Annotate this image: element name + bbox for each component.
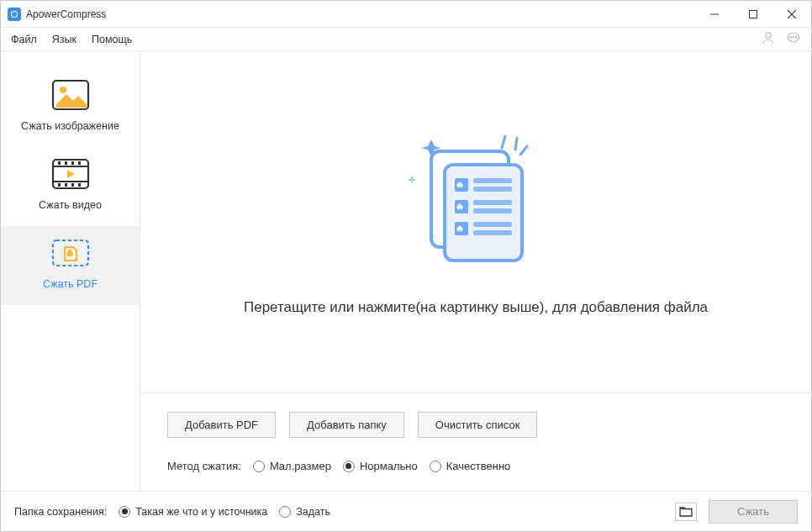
button-row: Добавить PDF Добавить папку Очистить спи… <box>167 412 784 438</box>
radio-circle-icon <box>279 506 291 518</box>
image-icon <box>50 78 91 112</box>
svg-rect-30 <box>473 178 512 183</box>
menu-language[interactable]: Язык <box>52 34 76 45</box>
svg-point-9 <box>795 36 796 37</box>
window-controls <box>695 1 811 27</box>
sidebar-item-label: Сжать PDF <box>43 278 98 290</box>
radio-circle-icon <box>430 461 441 472</box>
svg-rect-21 <box>71 183 74 187</box>
svg-rect-37 <box>473 230 512 235</box>
minimize-button[interactable] <box>695 1 734 27</box>
account-icon[interactable] <box>761 30 776 49</box>
controls-panel: Добавить PDF Добавить папку Очистить спи… <box>140 393 811 491</box>
radio-label: Задать <box>296 506 330 518</box>
radio-label: Мал.размер <box>270 460 331 472</box>
drop-hint-text: Перетащите или нажмите(на картинку выше)… <box>227 299 725 316</box>
sidebar: Сжать изображение Сжать видео <box>1 51 140 491</box>
svg-rect-31 <box>473 187 512 192</box>
add-pdf-button[interactable]: Добавить PDF <box>167 412 276 438</box>
svg-rect-36 <box>473 222 512 227</box>
radio-normal[interactable]: Нормально <box>343 460 418 472</box>
radio-label: Такая же что и у источника <box>135 506 267 518</box>
video-icon <box>50 157 91 191</box>
drop-zone[interactable]: Перетащите или нажмите(на картинку выше)… <box>140 51 811 393</box>
main-body: Сжать изображение Сжать видео <box>1 51 811 491</box>
svg-point-5 <box>766 32 771 37</box>
app-logo-icon <box>8 8 21 21</box>
pdf-icon <box>50 236 91 270</box>
svg-rect-22 <box>78 183 81 187</box>
svg-rect-34 <box>473 208 512 213</box>
compression-method-row: Метод сжатия: Мал.размер Нормально Качес… <box>167 460 784 472</box>
svg-point-0 <box>12 11 18 17</box>
feedback-icon[interactable] <box>786 30 801 49</box>
sidebar-item-compress-pdf[interactable]: Сжать PDF <box>1 226 140 305</box>
app-title: ApowerCompress <box>26 8 695 20</box>
footer-bar: Папка сохранения: Такая же что и у источ… <box>1 491 811 531</box>
menu-bar: Файл Язык Помощь <box>1 28 811 51</box>
svg-rect-18 <box>78 161 81 165</box>
radio-label: Качественно <box>446 460 511 472</box>
svg-rect-19 <box>58 183 61 187</box>
sidebar-item-label: Сжать видео <box>39 199 102 211</box>
drop-illustration-icon <box>396 128 556 274</box>
browse-folder-button[interactable] <box>675 503 697 521</box>
svg-point-8 <box>793 36 794 37</box>
svg-point-7 <box>790 36 791 37</box>
clear-list-button[interactable]: Очистить список <box>418 412 538 438</box>
method-label: Метод сжатия: <box>167 460 241 472</box>
sidebar-item-compress-image[interactable]: Сжать изображение <box>1 68 140 147</box>
radio-circle-icon <box>119 506 130 518</box>
svg-point-11 <box>60 87 66 93</box>
radio-label: Нормально <box>360 460 418 472</box>
main-panel: Перетащите или нажмите(на картинку выше)… <box>140 51 811 491</box>
svg-rect-15 <box>58 161 61 165</box>
menu-file[interactable]: Файл <box>11 34 37 45</box>
svg-rect-20 <box>65 183 67 187</box>
menu-help[interactable]: Помощь <box>92 34 132 45</box>
save-folder-label: Папка сохранения: <box>14 506 107 518</box>
sidebar-item-compress-video[interactable]: Сжать видео <box>1 147 140 226</box>
svg-rect-16 <box>65 161 67 165</box>
radio-small-size[interactable]: Мал.размер <box>253 460 331 472</box>
close-button[interactable] <box>772 1 811 27</box>
svg-rect-33 <box>473 200 512 205</box>
svg-rect-17 <box>71 161 74 165</box>
radio-quality[interactable]: Качественно <box>430 460 511 472</box>
radio-circle-icon <box>253 461 265 472</box>
radio-same-as-source[interactable]: Такая же что и у источника <box>119 506 267 518</box>
title-bar: ApowerCompress <box>1 1 811 28</box>
svg-rect-2 <box>750 10 757 18</box>
sidebar-item-label: Сжать изображение <box>21 120 119 132</box>
add-folder-button[interactable]: Добавить папку <box>289 412 404 438</box>
radio-set-folder[interactable]: Задать <box>279 506 330 518</box>
svg-line-25 <box>515 138 517 150</box>
maximize-button[interactable] <box>734 1 772 27</box>
compress-button[interactable]: Сжать <box>709 500 798 524</box>
svg-line-24 <box>502 136 505 148</box>
radio-circle-icon <box>343 461 355 472</box>
svg-line-26 <box>520 146 527 155</box>
